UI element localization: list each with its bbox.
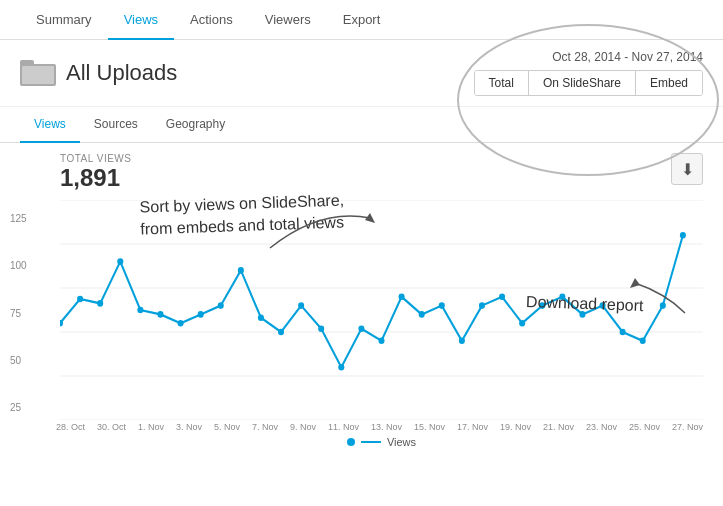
nav-viewers[interactable]: Viewers xyxy=(249,0,327,40)
svg-point-30 xyxy=(479,302,485,309)
x-label-7: 11. Nov xyxy=(328,422,359,432)
tab-views[interactable]: Views xyxy=(20,107,80,143)
svg-point-18 xyxy=(238,267,244,274)
x-label-9: 15. Nov xyxy=(414,422,445,432)
page-title: All Uploads xyxy=(66,60,177,86)
svg-point-17 xyxy=(218,302,224,309)
legend-dot xyxy=(347,438,355,446)
chart-area: 125 100 75 50 25 TOTAL VIEWS 1,891 ⬇ xyxy=(0,143,723,453)
total-views-value: 1,891 xyxy=(60,164,703,192)
date-range: Oct 28, 2014 - Nov 27, 2014 xyxy=(552,50,703,64)
y-label-25: 25 xyxy=(10,402,27,413)
svg-point-37 xyxy=(620,329,626,336)
total-views-label: TOTAL VIEWS xyxy=(60,153,703,164)
x-label-2: 1. Nov xyxy=(138,422,164,432)
x-label-14: 25. Nov xyxy=(629,422,660,432)
svg-point-27 xyxy=(419,311,425,318)
svg-point-10 xyxy=(77,296,83,303)
svg-point-26 xyxy=(399,294,405,301)
svg-point-31 xyxy=(499,294,505,301)
x-label-1: 30. Oct xyxy=(97,422,126,432)
x-label-15: 27. Nov xyxy=(672,422,703,432)
x-label-5: 7. Nov xyxy=(252,422,278,432)
total-button[interactable]: Total xyxy=(475,71,529,95)
legend-line xyxy=(361,441,381,443)
download-button[interactable]: ⬇ xyxy=(671,153,703,185)
legend-label: Views xyxy=(387,436,416,448)
top-navigation: Summary Views Actions Viewers Export xyxy=(0,0,723,40)
nav-views[interactable]: Views xyxy=(108,0,174,40)
svg-point-15 xyxy=(178,320,184,327)
download-icon: ⬇ xyxy=(681,160,694,179)
annotation-sort: Sort by views on SlideShare,from embeds … xyxy=(139,189,345,241)
svg-point-25 xyxy=(378,338,384,345)
nav-export[interactable]: Export xyxy=(327,0,397,40)
svg-point-20 xyxy=(278,329,284,336)
x-label-4: 5. Nov xyxy=(214,422,240,432)
svg-point-19 xyxy=(258,314,264,321)
nav-summary[interactable]: Summary xyxy=(20,0,108,40)
svg-point-12 xyxy=(117,258,123,265)
header-row: All Uploads Oct 28, 2014 - Nov 27, 2014 … xyxy=(0,40,723,107)
y-label-75: 75 xyxy=(10,308,27,319)
nav-actions[interactable]: Actions xyxy=(174,0,249,40)
svg-point-38 xyxy=(640,338,646,345)
x-label-0: 28. Oct xyxy=(56,422,85,432)
svg-point-40 xyxy=(680,232,686,239)
svg-point-16 xyxy=(198,311,204,318)
x-label-11: 19. Nov xyxy=(500,422,531,432)
embed-button[interactable]: Embed xyxy=(636,71,702,95)
svg-point-28 xyxy=(439,302,445,309)
svg-point-22 xyxy=(318,325,324,332)
svg-point-39 xyxy=(660,302,666,309)
x-label-13: 23. Nov xyxy=(586,422,617,432)
svg-point-32 xyxy=(519,320,525,327)
x-label-10: 17. Nov xyxy=(457,422,488,432)
on-slideshare-button[interactable]: On SlideShare xyxy=(529,71,636,95)
tab-sources[interactable]: Sources xyxy=(80,107,152,143)
x-axis-labels: 28. Oct 30. Oct 1. Nov 3. Nov 5. Nov 7. … xyxy=(56,422,703,432)
title-area: All Uploads xyxy=(20,58,177,88)
x-label-3: 3. Nov xyxy=(176,422,202,432)
right-controls: Oct 28, 2014 - Nov 27, 2014 Total On Sli… xyxy=(474,50,703,96)
svg-point-29 xyxy=(459,338,465,345)
tab-geography[interactable]: Geography xyxy=(152,107,239,143)
svg-point-11 xyxy=(97,300,103,307)
svg-point-21 xyxy=(298,302,304,309)
folder-icon xyxy=(20,58,56,88)
svg-rect-1 xyxy=(20,60,34,66)
x-label-12: 21. Nov xyxy=(543,422,574,432)
svg-point-23 xyxy=(338,364,344,371)
x-label-8: 13. Nov xyxy=(371,422,402,432)
chart-legend: Views xyxy=(60,436,703,448)
y-label-50: 50 xyxy=(10,355,27,366)
sub-tabs: Views Sources Geography xyxy=(0,107,723,143)
view-buttons-group: Total On SlideShare Embed xyxy=(474,70,703,96)
svg-point-24 xyxy=(358,325,364,332)
svg-rect-2 xyxy=(22,66,54,84)
annotation-download: Download report xyxy=(525,291,643,317)
y-axis-labels: 125 100 75 50 25 xyxy=(10,213,27,413)
y-label-125: 125 xyxy=(10,213,27,224)
svg-point-13 xyxy=(137,307,143,314)
y-label-100: 100 xyxy=(10,260,27,271)
x-label-6: 9. Nov xyxy=(290,422,316,432)
svg-point-14 xyxy=(157,311,163,318)
